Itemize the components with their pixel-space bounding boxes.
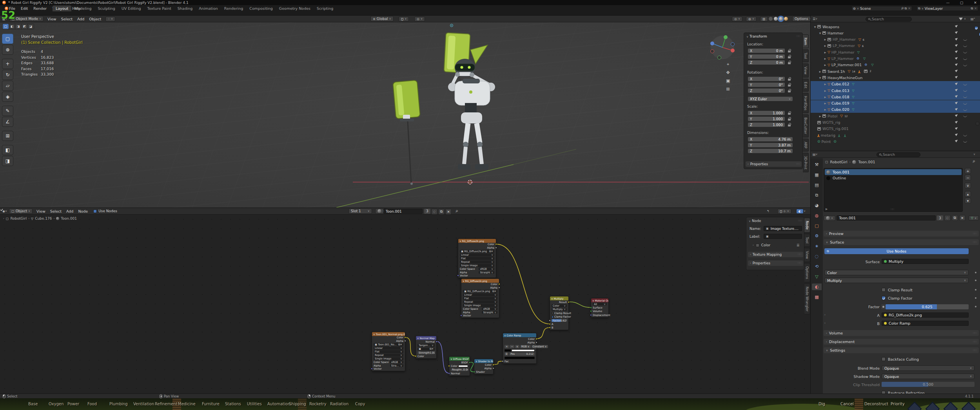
node-color-ramp[interactable]: ∨ Color RampColorAlpha+−∨RGB ∨Constant ∨… <box>503 333 537 364</box>
game-category-radiation[interactable]: Radiation <box>330 402 348 406</box>
node-row-color[interactable]: Color <box>458 243 496 246</box>
node-row-fac[interactable]: Fac <box>503 360 536 364</box>
selectable-icon[interactable] <box>955 107 958 110</box>
visibility-eye-icon[interactable] <box>963 39 967 41</box>
add-slot-button[interactable]: + <box>965 168 971 174</box>
node-row-rg-diffuse2k-png[interactable]: ▣RG_Diffuse2k.png⧉✕ <box>458 250 496 253</box>
tool-cursor[interactable]: ⊕ <box>2 45 13 55</box>
node-toon-001-normal-png-001[interactable]: ∨ Toon.001_Normal.png.001ColorAlpha ▣Too… <box>372 332 405 371</box>
visibility-eye-icon[interactable] <box>963 90 967 92</box>
use-nodes-checkbox[interactable]: Use Nodes <box>93 209 117 213</box>
node-row-single-image[interactable]: Single Image∨ <box>458 264 496 267</box>
sidebar-tab-edit[interactable]: Edit <box>803 79 809 91</box>
sidebar-tab-item[interactable]: Item <box>803 34 809 48</box>
node-header[interactable]: ∨ Material Output <box>591 298 608 302</box>
node-row-bsdf[interactable]: BSDF <box>449 361 470 364</box>
properties-tab-tool[interactable]: ⚒ <box>812 161 822 168</box>
workspace-tab-sculpting[interactable]: Sculpting <box>95 5 118 11</box>
node-row-vector[interactable]: Vector <box>458 274 496 278</box>
socket-out[interactable] <box>535 338 537 340</box>
node-row-color[interactable]: Color <box>372 336 405 340</box>
socket-out[interactable] <box>404 340 406 342</box>
properties-tab-material[interactable]: ◐ <box>812 284 822 290</box>
filter-dropdown[interactable]: ∨ <box>959 17 966 20</box>
game-category-automation[interactable]: Automation <box>267 402 290 406</box>
node-material-output[interactable]: ∨ Material OutputAll∨SurfaceVolumeDispla… <box>591 298 609 318</box>
dimension-x[interactable]: X4.76 m <box>748 137 793 141</box>
visibility-eye-icon[interactable] <box>963 96 967 98</box>
viewport-canvas[interactable]: ▢◧◨◩◪ ▢⊕+↻▱◈✎∠⊞◧◨ User Perspective (1) S… <box>0 22 810 208</box>
shadow-mode-dropdown[interactable]: Opaque∨ <box>882 374 975 379</box>
dimension-z[interactable]: Z10.7 m <box>748 149 793 153</box>
select-mode-set[interactable]: ▢ <box>3 24 9 29</box>
node-row-ctrl[interactable]: +−∨RGB ∨Constant ∨ <box>503 345 536 349</box>
properties-tab-object-data[interactable]: ▽ <box>812 273 822 280</box>
node-multiply[interactable]: ∨ MultiplyResultColor∨Multiply∨Clamp Res… <box>550 296 569 330</box>
selectable-icon[interactable] <box>955 114 958 117</box>
surface-shader-field[interactable]: Multiply <box>882 259 969 264</box>
node-panel-title[interactable]: ∨ Node <box>749 219 761 223</box>
node-row-alpha[interactable]: AlphaStraight∨ <box>372 364 405 367</box>
dimension-y[interactable]: Y3.87 m <box>748 143 793 147</box>
properties-tab-physics[interactable]: ◌ <box>812 253 822 260</box>
game-category-utilities[interactable]: Utilities <box>247 402 262 406</box>
socket-out[interactable] <box>498 283 500 285</box>
transform-panel-title[interactable]: ∨ Transform <box>746 34 767 38</box>
selectable-icon[interactable] <box>955 81 958 85</box>
node-row-alpha[interactable]: Alpha <box>372 340 405 343</box>
rotation-y[interactable]: Y0° <box>748 83 791 87</box>
copy-material-button[interactable]: ⧉ <box>438 209 445 215</box>
node-row-flat[interactable]: Flat∨ <box>461 297 499 300</box>
node-row-repeat[interactable]: Repeat∨ <box>461 300 499 303</box>
pan-hand-icon[interactable]: ✥ <box>726 70 730 75</box>
game-category-oxygen[interactable]: Oxygen <box>49 402 64 406</box>
viewport-3d[interactable]: ▦∨ ▢Object Mode∨ ViewSelectAddObject ◦∨ … <box>0 16 810 208</box>
node-editor-icon[interactable]: ◉ <box>2 210 5 213</box>
socket-out[interactable] <box>568 301 570 303</box>
material-slot-outline[interactable]: Outline <box>825 175 962 181</box>
tool-annotate[interactable]: ✎ <box>2 106 13 116</box>
tool-move[interactable]: + <box>2 59 13 69</box>
node-menu-node[interactable]: Node <box>76 209 90 213</box>
node-header[interactable]: ∨ Multiply <box>550 296 568 300</box>
game-tool-deconstruct[interactable]: Deconstruct <box>864 402 888 406</box>
properties-tab-modifiers[interactable]: ⚙ <box>812 233 822 239</box>
scale-y[interactable]: Y1.000 <box>748 117 791 121</box>
parent-tree-icon[interactable]: ↰ <box>767 210 769 213</box>
node-row-vector[interactable]: Vector <box>461 314 499 318</box>
node-row-color[interactable]: Color <box>503 337 536 341</box>
fake-user-button[interactable]: ♢ <box>944 215 951 221</box>
node-row-linear[interactable]: Linear∨ <box>461 293 499 297</box>
perspective-toggle-icon[interactable]: ⊞ <box>726 87 730 92</box>
viewport-menu-view[interactable]: View <box>45 17 59 21</box>
properties-subpanel[interactable]: ›Properties∷∷ <box>746 161 802 167</box>
blend-dropdown[interactable]: Multiply∨ <box>824 278 969 283</box>
node-header[interactable]: ∨ Toon.001_Normal.png.001 <box>372 332 405 336</box>
snap-toggle[interactable]: Ω∨ <box>399 16 409 22</box>
slot-move-up-button[interactable]: ▴ <box>965 191 971 197</box>
node-row-alpha[interactable]: Alpha <box>474 367 493 370</box>
volume-panel[interactable]: ›Volume∷∷ <box>824 330 979 336</box>
sidebar-tab-3d-print[interactable]: 3D-Print <box>803 153 809 173</box>
properties-tab-constraints[interactable]: ⟲ <box>812 263 822 270</box>
robot-character[interactable] <box>0 22 810 208</box>
selectable-icon[interactable] <box>955 126 958 130</box>
outliner-row-heavymachinegun[interactable]: ▼HeavyMachineGun <box>811 74 980 81</box>
blend-mode-dropdown[interactable]: Opaque∨ <box>882 365 975 371</box>
rotation-z[interactable]: Z0° <box>748 89 791 93</box>
scale-x[interactable]: X1.000 <box>748 111 791 115</box>
rotation-x[interactable]: X0° <box>748 77 791 81</box>
outliner-row-lp-hammer[interactable]: ▶LP_Hammer▽6 <box>811 43 980 49</box>
row-checkbox[interactable] <box>975 26 978 30</box>
clamp-factor-checkbox[interactable] <box>882 296 886 300</box>
sword-object[interactable] <box>393 80 420 185</box>
game-category-power[interactable]: Power <box>67 402 79 406</box>
properties-tab-object[interactable]: ▢ <box>812 222 822 229</box>
properties-tab-world[interactable]: ◍ <box>812 212 822 219</box>
remove-slot-button[interactable]: − <box>965 175 971 181</box>
tool-extra-1[interactable]: ◧ <box>2 145 13 155</box>
properties-tab-particles[interactable]: ∗ <box>812 243 822 249</box>
node-color-row[interactable]: ›Color☰ <box>753 243 770 247</box>
node-tab-view[interactable]: View <box>804 248 810 262</box>
socket-in[interactable] <box>549 320 551 321</box>
